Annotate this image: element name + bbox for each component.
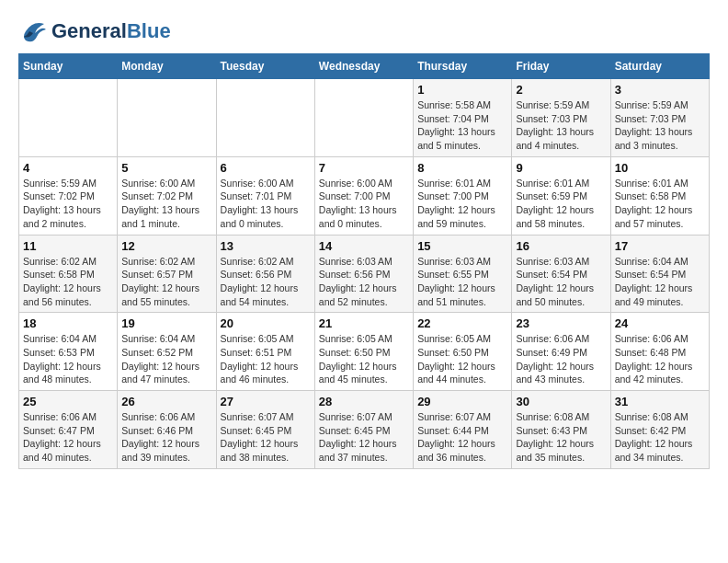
- weekday-header-cell: Wednesday: [314, 54, 413, 79]
- calendar-day-cell: 7Sunrise: 6:00 AM Sunset: 7:00 PM Daylig…: [314, 156, 413, 235]
- day-info: Sunrise: 6:00 AM Sunset: 7:01 PM Dayligh…: [221, 177, 311, 231]
- calendar-day-cell: 15Sunrise: 6:03 AM Sunset: 6:55 PM Dayli…: [414, 235, 512, 313]
- calendar-day-cell: 14Sunrise: 6:03 AM Sunset: 6:56 PM Dayli…: [314, 235, 413, 313]
- day-number: 17: [615, 239, 705, 253]
- day-info: Sunrise: 6:03 AM Sunset: 6:54 PM Dayligh…: [516, 255, 606, 309]
- calendar-day-cell: 2Sunrise: 5:59 AM Sunset: 7:03 PM Daylig…: [512, 79, 610, 157]
- day-info: Sunrise: 5:58 AM Sunset: 7:04 PM Dayligh…: [417, 98, 507, 153]
- day-number: 27: [221, 395, 311, 408]
- calendar-week-row: 1Sunrise: 5:58 AM Sunset: 7:04 PM Daylig…: [19, 79, 710, 157]
- weekday-header-cell: Friday: [512, 54, 610, 79]
- day-number: 25: [23, 395, 113, 408]
- calendar-day-cell: 6Sunrise: 6:00 AM Sunset: 7:01 PM Daylig…: [216, 156, 314, 235]
- calendar-day-cell: 1Sunrise: 5:58 AM Sunset: 7:04 PM Daylig…: [414, 79, 512, 157]
- day-info: Sunrise: 6:00 AM Sunset: 7:00 PM Dayligh…: [319, 177, 409, 231]
- logo: GeneralBlue: [18, 18, 171, 44]
- calendar-day-cell: 3Sunrise: 5:59 AM Sunset: 7:03 PM Daylig…: [610, 79, 709, 157]
- day-info: Sunrise: 6:06 AM Sunset: 6:47 PM Dayligh…: [23, 410, 113, 465]
- calendar-week-row: 18Sunrise: 6:04 AM Sunset: 6:53 PM Dayli…: [19, 313, 710, 391]
- day-number: 6: [221, 161, 311, 175]
- day-info: Sunrise: 6:05 AM Sunset: 6:50 PM Dayligh…: [417, 332, 507, 386]
- day-info: Sunrise: 6:05 AM Sunset: 6:51 PM Dayligh…: [221, 332, 311, 386]
- day-number: 7: [319, 161, 409, 175]
- day-info: Sunrise: 5:59 AM Sunset: 7:02 PM Dayligh…: [23, 177, 113, 231]
- weekday-header-cell: Tuesday: [216, 54, 314, 79]
- weekday-header-cell: Monday: [118, 54, 216, 79]
- day-info: Sunrise: 6:01 AM Sunset: 7:00 PM Dayligh…: [417, 177, 507, 231]
- day-info: Sunrise: 5:59 AM Sunset: 7:03 PM Dayligh…: [516, 98, 606, 153]
- day-info: Sunrise: 6:03 AM Sunset: 6:56 PM Dayligh…: [319, 255, 409, 309]
- calendar-day-cell: 11Sunrise: 6:02 AM Sunset: 6:58 PM Dayli…: [19, 235, 118, 313]
- day-number: 14: [319, 239, 409, 253]
- day-number: 1: [417, 83, 507, 97]
- calendar-day-cell: 8Sunrise: 6:01 AM Sunset: 7:00 PM Daylig…: [414, 156, 512, 235]
- day-info: Sunrise: 6:06 AM Sunset: 6:48 PM Dayligh…: [615, 332, 705, 386]
- day-number: 4: [23, 161, 113, 175]
- day-number: 2: [516, 83, 606, 97]
- calendar-day-cell: [216, 79, 314, 157]
- day-info: Sunrise: 5:59 AM Sunset: 7:03 PM Dayligh…: [615, 98, 705, 153]
- day-info: Sunrise: 6:03 AM Sunset: 6:55 PM Dayligh…: [417, 255, 507, 309]
- calendar-week-row: 4Sunrise: 5:59 AM Sunset: 7:02 PM Daylig…: [19, 156, 710, 235]
- calendar-day-cell: 9Sunrise: 6:01 AM Sunset: 6:59 PM Daylig…: [512, 156, 610, 235]
- day-info: Sunrise: 6:01 AM Sunset: 6:58 PM Dayligh…: [615, 177, 705, 231]
- calendar-day-cell: 10Sunrise: 6:01 AM Sunset: 6:58 PM Dayli…: [610, 156, 709, 235]
- day-info: Sunrise: 6:00 AM Sunset: 7:02 PM Dayligh…: [121, 177, 211, 231]
- day-number: 8: [417, 161, 507, 175]
- day-number: 11: [23, 239, 113, 253]
- day-info: Sunrise: 6:02 AM Sunset: 6:58 PM Dayligh…: [23, 255, 113, 309]
- calendar-body: 1Sunrise: 5:58 AM Sunset: 7:04 PM Daylig…: [19, 79, 710, 469]
- day-info: Sunrise: 6:01 AM Sunset: 6:59 PM Dayligh…: [516, 177, 606, 231]
- calendar-day-cell: 16Sunrise: 6:03 AM Sunset: 6:54 PM Dayli…: [512, 235, 610, 313]
- calendar-day-cell: 21Sunrise: 6:05 AM Sunset: 6:50 PM Dayli…: [314, 313, 413, 391]
- day-info: Sunrise: 6:02 AM Sunset: 6:57 PM Dayligh…: [121, 255, 211, 309]
- calendar-table: SundayMondayTuesdayWednesdayThursdayFrid…: [18, 53, 710, 469]
- calendar-week-row: 11Sunrise: 6:02 AM Sunset: 6:58 PM Dayli…: [19, 235, 710, 313]
- day-number: 15: [417, 239, 507, 253]
- calendar-day-cell: [314, 79, 413, 157]
- day-number: 20: [221, 316, 311, 330]
- day-number: 22: [417, 316, 507, 330]
- weekday-header-cell: Sunday: [19, 54, 118, 79]
- day-info: Sunrise: 6:04 AM Sunset: 6:53 PM Dayligh…: [23, 332, 113, 386]
- day-info: Sunrise: 6:04 AM Sunset: 6:54 PM Dayligh…: [615, 255, 705, 309]
- calendar-day-cell: 4Sunrise: 5:59 AM Sunset: 7:02 PM Daylig…: [19, 156, 118, 235]
- page-header: GeneralBlue: [18, 18, 710, 44]
- calendar-day-cell: 25Sunrise: 6:06 AM Sunset: 6:47 PM Dayli…: [19, 391, 118, 469]
- calendar-day-cell: 18Sunrise: 6:04 AM Sunset: 6:53 PM Dayli…: [19, 313, 118, 391]
- calendar-week-row: 25Sunrise: 6:06 AM Sunset: 6:47 PM Dayli…: [19, 391, 710, 469]
- day-number: 19: [121, 316, 211, 330]
- calendar-day-cell: 22Sunrise: 6:05 AM Sunset: 6:50 PM Dayli…: [414, 313, 512, 391]
- logo-text: GeneralBlue: [51, 19, 171, 42]
- day-info: Sunrise: 6:02 AM Sunset: 6:56 PM Dayligh…: [221, 255, 311, 309]
- calendar-day-cell: 20Sunrise: 6:05 AM Sunset: 6:51 PM Dayli…: [216, 313, 314, 391]
- day-info: Sunrise: 6:08 AM Sunset: 6:42 PM Dayligh…: [615, 410, 705, 465]
- day-info: Sunrise: 6:08 AM Sunset: 6:43 PM Dayligh…: [516, 410, 606, 465]
- day-info: Sunrise: 6:05 AM Sunset: 6:50 PM Dayligh…: [319, 332, 409, 386]
- day-number: 12: [121, 239, 211, 253]
- day-number: 10: [615, 161, 705, 175]
- calendar-day-cell: 5Sunrise: 6:00 AM Sunset: 7:02 PM Daylig…: [118, 156, 216, 235]
- calendar-day-cell: 28Sunrise: 6:07 AM Sunset: 6:45 PM Dayli…: [314, 391, 413, 469]
- calendar-day-cell: 26Sunrise: 6:06 AM Sunset: 6:46 PM Dayli…: [118, 391, 216, 469]
- day-info: Sunrise: 6:07 AM Sunset: 6:45 PM Dayligh…: [221, 410, 311, 465]
- calendar-day-cell: 24Sunrise: 6:06 AM Sunset: 6:48 PM Dayli…: [610, 313, 709, 391]
- day-number: 21: [319, 316, 409, 330]
- day-number: 30: [516, 395, 606, 408]
- calendar-day-cell: 12Sunrise: 6:02 AM Sunset: 6:57 PM Dayli…: [118, 235, 216, 313]
- day-number: 18: [23, 316, 113, 330]
- day-number: 24: [615, 316, 705, 330]
- day-info: Sunrise: 6:04 AM Sunset: 6:52 PM Dayligh…: [121, 332, 211, 386]
- day-info: Sunrise: 6:06 AM Sunset: 6:49 PM Dayligh…: [516, 332, 606, 386]
- logo-bird-icon: [18, 18, 48, 44]
- day-number: 28: [319, 395, 409, 408]
- weekday-header-cell: Thursday: [414, 54, 512, 79]
- day-number: 3: [615, 83, 705, 97]
- day-number: 29: [417, 395, 507, 408]
- day-number: 5: [121, 161, 211, 175]
- day-info: Sunrise: 6:07 AM Sunset: 6:44 PM Dayligh…: [417, 410, 507, 465]
- day-number: 9: [516, 161, 606, 175]
- day-info: Sunrise: 6:07 AM Sunset: 6:45 PM Dayligh…: [319, 410, 409, 465]
- calendar-day-cell: 19Sunrise: 6:04 AM Sunset: 6:52 PM Dayli…: [118, 313, 216, 391]
- calendar-day-cell: 29Sunrise: 6:07 AM Sunset: 6:44 PM Dayli…: [414, 391, 512, 469]
